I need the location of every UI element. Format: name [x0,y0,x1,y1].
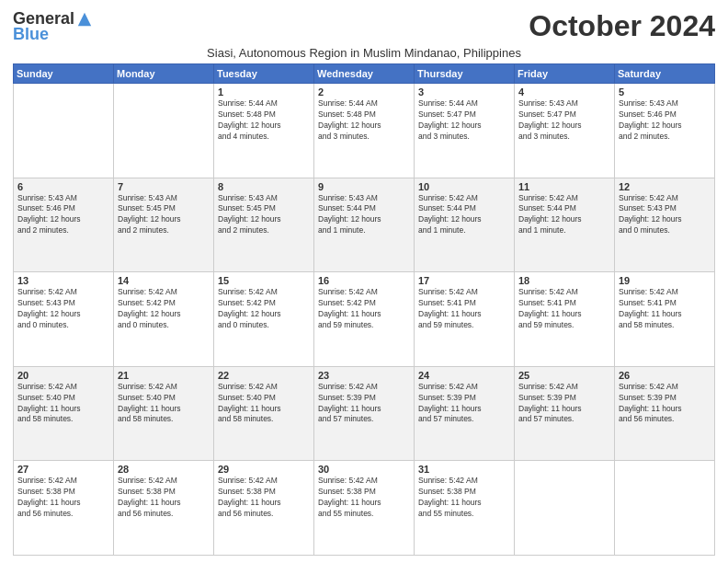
col-saturday: Saturday [615,64,715,84]
day-info: Sunrise: 5:42 AM Sunset: 5:41 PM Dayligh… [418,287,510,331]
calendar-week-row: 20Sunrise: 5:42 AM Sunset: 5:40 PM Dayli… [14,366,715,461]
table-row: 11Sunrise: 5:42 AM Sunset: 5:44 PM Dayli… [515,178,615,272]
table-row: 9Sunrise: 5:43 AM Sunset: 5:44 PM Daylig… [314,178,415,272]
day-number: 12 [619,181,711,192]
calendar-header-row: Sunday Monday Tuesday Wednesday Thursday… [14,64,715,84]
day-number: 27 [17,464,109,475]
header: General Blue October 2024 [13,9,715,44]
table-row [14,84,114,178]
day-info: Sunrise: 5:44 AM Sunset: 5:48 PM Dayligh… [318,98,410,143]
month-year-title: October 2024 [529,9,715,43]
table-row: 20Sunrise: 5:42 AM Sunset: 5:40 PM Dayli… [14,366,114,461]
table-row: 22Sunrise: 5:42 AM Sunset: 5:40 PM Dayli… [214,366,314,461]
table-row: 21Sunrise: 5:42 AM Sunset: 5:40 PM Dayli… [114,366,214,461]
day-info: Sunrise: 5:42 AM Sunset: 5:42 PM Dayligh… [218,287,310,331]
day-info: Sunrise: 5:42 AM Sunset: 5:39 PM Dayligh… [518,382,610,426]
calendar-week-row: 13Sunrise: 5:42 AM Sunset: 5:43 PM Dayli… [14,272,715,367]
table-row: 19Sunrise: 5:42 AM Sunset: 5:41 PM Dayli… [615,272,715,367]
table-row: 24Sunrise: 5:42 AM Sunset: 5:39 PM Dayli… [415,366,515,461]
table-row: 7Sunrise: 5:43 AM Sunset: 5:45 PM Daylig… [114,178,214,272]
day-info: Sunrise: 5:42 AM Sunset: 5:40 PM Dayligh… [218,382,310,426]
calendar-table: Sunday Monday Tuesday Wednesday Thursday… [13,63,715,556]
table-row: 25Sunrise: 5:42 AM Sunset: 5:39 PM Dayli… [515,366,615,461]
table-row: 1Sunrise: 5:44 AM Sunset: 5:48 PM Daylig… [214,84,314,178]
day-number: 15 [218,275,310,286]
table-row: 31Sunrise: 5:42 AM Sunset: 5:38 PM Dayli… [415,461,515,556]
day-info: Sunrise: 5:43 AM Sunset: 5:46 PM Dayligh… [17,193,109,237]
day-number: 23 [318,370,410,381]
svg-marker-0 [78,12,91,25]
day-number: 30 [318,464,410,475]
day-info: Sunrise: 5:42 AM Sunset: 5:38 PM Dayligh… [118,476,210,520]
day-info: Sunrise: 5:42 AM Sunset: 5:40 PM Dayligh… [17,382,109,426]
day-number: 13 [17,275,109,286]
day-info: Sunrise: 5:42 AM Sunset: 5:39 PM Dayligh… [418,382,510,426]
table-row: 29Sunrise: 5:42 AM Sunset: 5:38 PM Dayli… [214,461,314,556]
calendar-week-row: 27Sunrise: 5:42 AM Sunset: 5:38 PM Dayli… [14,461,715,556]
table-row [615,461,715,556]
day-number: 18 [518,275,610,286]
day-number: 22 [218,370,310,381]
table-row [515,461,615,556]
table-row: 27Sunrise: 5:42 AM Sunset: 5:38 PM Dayli… [14,461,114,556]
table-row: 3Sunrise: 5:44 AM Sunset: 5:47 PM Daylig… [415,84,515,178]
day-number: 19 [619,275,711,286]
day-number: 11 [518,181,610,192]
day-number: 24 [418,370,510,381]
table-row: 10Sunrise: 5:42 AM Sunset: 5:44 PM Dayli… [415,178,515,272]
day-number: 7 [118,181,210,192]
calendar-week-row: 6Sunrise: 5:43 AM Sunset: 5:46 PM Daylig… [14,178,715,272]
day-info: Sunrise: 5:42 AM Sunset: 5:39 PM Dayligh… [619,382,711,426]
day-info: Sunrise: 5:43 AM Sunset: 5:45 PM Dayligh… [218,193,310,237]
day-info: Sunrise: 5:42 AM Sunset: 5:39 PM Dayligh… [318,382,410,426]
table-row [114,84,214,178]
day-number: 29 [218,464,310,475]
table-row: 4Sunrise: 5:43 AM Sunset: 5:47 PM Daylig… [515,84,615,178]
table-row: 17Sunrise: 5:42 AM Sunset: 5:41 PM Dayli… [415,272,515,367]
day-info: Sunrise: 5:42 AM Sunset: 5:38 PM Dayligh… [418,476,510,520]
table-row: 15Sunrise: 5:42 AM Sunset: 5:42 PM Dayli… [214,272,314,367]
title-block: October 2024 [529,9,715,43]
day-number: 26 [619,370,711,381]
col-monday: Monday [114,64,214,84]
day-info: Sunrise: 5:44 AM Sunset: 5:47 PM Dayligh… [418,98,510,143]
logo-icon [76,11,93,28]
col-thursday: Thursday [415,64,515,84]
day-info: Sunrise: 5:42 AM Sunset: 5:38 PM Dayligh… [318,476,410,520]
day-number: 16 [318,275,410,286]
day-number: 8 [218,181,310,192]
day-info: Sunrise: 5:43 AM Sunset: 5:45 PM Dayligh… [118,193,210,237]
table-row: 28Sunrise: 5:42 AM Sunset: 5:38 PM Dayli… [114,461,214,556]
table-row: 14Sunrise: 5:42 AM Sunset: 5:42 PM Dayli… [114,272,214,367]
subtitle: Siasi, Autonomous Region in Muslim Minda… [13,46,715,60]
table-row: 6Sunrise: 5:43 AM Sunset: 5:46 PM Daylig… [14,178,114,272]
day-number: 4 [518,86,610,98]
day-info: Sunrise: 5:42 AM Sunset: 5:42 PM Dayligh… [318,287,410,331]
logo-blue-text: Blue [13,25,49,44]
day-number: 28 [118,464,210,475]
day-number: 31 [418,464,510,475]
day-info: Sunrise: 5:42 AM Sunset: 5:38 PM Dayligh… [218,476,310,520]
day-info: Sunrise: 5:43 AM Sunset: 5:44 PM Dayligh… [318,193,410,237]
table-row: 30Sunrise: 5:42 AM Sunset: 5:38 PM Dayli… [314,461,415,556]
day-number: 10 [418,181,510,192]
day-info: Sunrise: 5:43 AM Sunset: 5:46 PM Dayligh… [619,98,711,143]
day-number: 9 [318,181,410,192]
day-number: 20 [17,370,109,381]
day-number: 3 [418,86,510,98]
day-info: Sunrise: 5:43 AM Sunset: 5:47 PM Dayligh… [518,98,610,143]
day-info: Sunrise: 5:42 AM Sunset: 5:42 PM Dayligh… [118,287,210,331]
col-tuesday: Tuesday [214,64,314,84]
table-row: 5Sunrise: 5:43 AM Sunset: 5:46 PM Daylig… [615,84,715,178]
day-info: Sunrise: 5:42 AM Sunset: 5:40 PM Dayligh… [118,382,210,426]
table-row: 23Sunrise: 5:42 AM Sunset: 5:39 PM Dayli… [314,366,415,461]
day-info: Sunrise: 5:42 AM Sunset: 5:41 PM Dayligh… [518,287,610,331]
table-row: 26Sunrise: 5:42 AM Sunset: 5:39 PM Dayli… [615,366,715,461]
col-wednesday: Wednesday [314,64,415,84]
col-sunday: Sunday [14,64,114,84]
logo: General Blue [13,9,93,44]
day-info: Sunrise: 5:44 AM Sunset: 5:48 PM Dayligh… [218,98,310,143]
day-number: 14 [118,275,210,286]
day-number: 1 [218,86,310,98]
col-friday: Friday [515,64,615,84]
